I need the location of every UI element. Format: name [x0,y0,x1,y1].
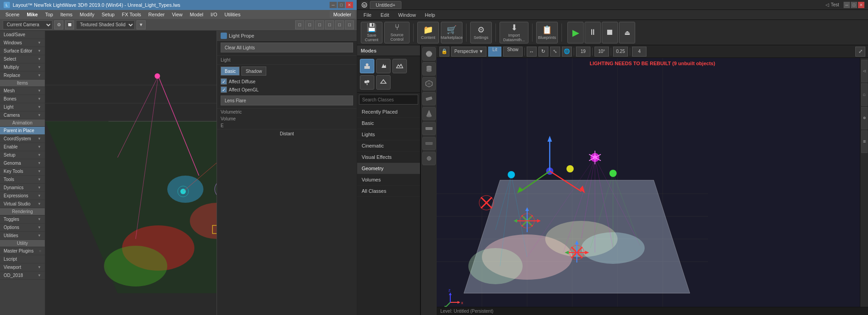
vp-rotate-icon[interactable]: ↻ [538,47,548,57]
eject-btn[interactable]: ⏏ [619,22,635,43]
sidebar-item-loadsave[interactable]: Load/Save [0,31,45,39]
category-geometry[interactable]: Geometry [357,163,420,174]
ue-editor-tab[interactable]: Untitled+ [370,1,401,9]
vp-number4[interactable]: 4 [632,47,646,57]
ue-menu-edit[interactable]: Edit [376,11,394,19]
sidebar-item-dynamics[interactable]: Dynamics ▼ [0,184,45,192]
sidebar-item-replace[interactable]: Replace ▼ [0,72,45,80]
sidebar-item-master-plugins[interactable]: Master Plugins ○ [0,247,45,255]
lw-maximize-btn[interactable]: □ [338,2,345,8]
sidebar-item-key-tools[interactable]: Key Tools ▼ [0,167,45,176]
mode-icon-place[interactable] [360,59,374,73]
lw-menu-io[interactable]: I/O [207,11,221,18]
category-visual-effects[interactable]: Visual Effects [357,152,420,163]
lw-menu-render[interactable]: Render [145,11,168,18]
sidebar-item-mesh[interactable]: Mesh ▼ [0,87,45,95]
lw-menu-items[interactable]: Items [57,11,76,18]
ue-right-btn3[interactable]: ⚙ [861,107,868,129]
vp-lock-btn[interactable]: 🔒 [439,47,449,57]
mode-icon-geometry[interactable] [376,75,391,90]
lw-dropdown-icon[interactable]: ▼ [137,20,146,29]
vp-translate-icon[interactable]: ↔ [527,47,537,57]
sidebar-item-viewport[interactable]: Viewport ▼ [0,263,45,272]
lw-extra-icon3[interactable]: □ [315,20,324,29]
lw-close-btn[interactable]: ✕ [346,2,353,8]
mode-icon-landscape[interactable] [392,59,407,73]
lw-menu-modify[interactable]: Modify [76,11,98,18]
vp-perspective-dropdown[interactable]: Perspective ▼ [451,47,486,57]
sidebar-item-bones[interactable]: Bones ▼ [0,95,45,103]
vp-number3[interactable]: 0.25 [613,47,628,57]
sidebar-item-enable[interactable]: Enable ▼ [0,143,45,151]
sidebar-item-tools[interactable]: Tools ▼ [0,176,45,184]
ue-right-btn1[interactable]: ◁ [861,60,868,82]
pause-btn[interactable]: ⏸ [585,22,601,43]
ue-minimize-btn[interactable]: ─ [844,2,850,8]
sidebar-item-windows[interactable]: Windows ▼ [0,39,45,47]
sidebar-item-lscript[interactable]: Lscript [0,255,45,263]
vp-lit-btn[interactable]: Lit [488,47,501,57]
sidebar-item-virtual-studio[interactable]: Virtual Studio ▼ [0,200,45,208]
sidebar-item-light[interactable]: Light ▼ [0,103,45,111]
ue-menu-window[interactable]: Window [394,11,420,19]
lw-menu-fxtools[interactable]: FX Tools [118,11,145,18]
thumb-dark-plane[interactable] [422,137,436,150]
affect-diffuse-checkbox[interactable]: ✓ [221,78,227,85]
lw-menu-scene[interactable]: Scene [2,11,23,18]
lw-extra-icon2[interactable]: □ [305,20,314,29]
thumb-cylinder[interactable] [422,62,436,76]
sidebar-item-options[interactable]: Options ▼ [0,224,45,232]
category-volumes[interactable]: Volumes [357,174,420,186]
source-control-btn[interactable]: ⑂ Source Control [384,22,410,43]
vp-scale-icon[interactable]: ⤡ [550,47,560,57]
search-classes-input[interactable] [359,95,418,105]
lw-view-icon[interactable]: 🔲 [65,20,74,29]
category-lights[interactable]: Lights [357,129,420,140]
sidebar-item-genoma[interactable]: Genoma ▼ [0,159,45,167]
thumb-cube[interactable] [422,77,436,91]
lw-menu-setup[interactable]: Setup [98,11,118,18]
lw-extra-icon4[interactable]: □ [325,20,334,29]
thumb-small-sphere[interactable] [422,152,436,165]
vp-world-icon[interactable]: 🌐 [562,47,572,57]
sidebar-item-multiply[interactable]: Multiply ▼ [0,63,45,72]
clear-all-lights-btn[interactable]: Clear All Lights [221,43,353,52]
category-all-classes[interactable]: All Classes [357,186,420,197]
sidebar-item-utilities-render[interactable]: Utilities ▼ [0,232,45,240]
thumb-flat-plane[interactable] [422,122,436,135]
category-basic[interactable]: Basic [357,118,420,129]
settings-btn[interactable]: ⚙ Settings [470,22,492,43]
category-cinematic[interactable]: Cinematic [357,140,420,152]
lw-modeler-btn[interactable]: Modeler [330,11,355,18]
lw-menu-mike[interactable]: Mike [23,11,41,18]
content-btn[interactable]: 📁 Content [417,22,439,43]
lw-extra-icon1[interactable]: □ [295,20,304,29]
lw-menu-top[interactable]: Top [42,11,57,18]
import-datasmith-btn[interactable]: ⬇ Import Datasmith... [500,22,528,43]
sidebar-item-setup[interactable]: Setup ▼ [0,151,45,159]
stop-btn[interactable]: ⏹ [602,22,618,43]
lw-menu-model[interactable]: Model [186,11,207,18]
ue-menu-help[interactable]: Help [420,11,440,19]
sidebar-item-coordsystem[interactable]: CoordSystem ▼ [0,135,45,143]
play-btn[interactable]: ▶ [567,22,584,43]
sidebar-item-od2018[interactable]: OD_2018 ▼ [0,272,45,280]
sidebar-item-surface-editor[interactable]: Surface Editor ▼ [0,47,45,55]
lw-view-mode-select[interactable]: Textured Shaded Solid [76,20,135,29]
vp-maximize-btn[interactable]: ⤢ [855,47,865,57]
category-recently-placed[interactable]: Recently Placed [357,106,420,118]
sidebar-item-select[interactable]: Select ▼ [0,55,45,63]
lw-menu-view[interactable]: View [168,11,186,18]
ue-close-btn[interactable]: ✕ [858,2,864,8]
lw-camera-select[interactable]: Current Camera [3,20,52,29]
sidebar-item-parent-in-place[interactable]: Parent in Place [0,127,45,135]
thumb-cone[interactable] [422,107,436,120]
mode-icon-foliage[interactable] [360,75,374,90]
lw-settings-icon[interactable]: ⚙ [54,20,63,29]
sidebar-item-expressions[interactable]: Expressions ▼ [0,192,45,200]
lw-minimize-btn[interactable]: ─ [330,2,337,8]
marketplace-btn[interactable]: 🛒 Marketplace [441,22,462,43]
sidebar-item-camera[interactable]: Camera ▼ [0,111,45,119]
lw-viewport[interactable]: Light Prope Clear All Lights Light Basic… [45,31,357,315]
blueprints-btn[interactable]: 📋 Blueprints [536,22,558,43]
